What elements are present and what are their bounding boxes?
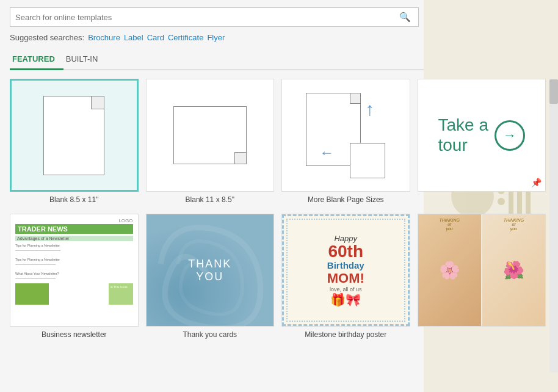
template-label-blank-landscape: Blank 11 x 8.5" <box>186 195 234 204</box>
tou-flower-left-icon: 🌸 <box>439 260 460 280</box>
template-blank-portrait[interactable]: Blank 8.5 x 11" <box>10 79 139 204</box>
nl-sidebar: In This Issue <box>109 283 133 305</box>
tour-arrow-icon: → <box>495 120 525 151</box>
scrollbar-track <box>549 79 558 372</box>
template-thumb-birthday[interactable]: Happy 60th Birthday MOM! love, all of us… <box>281 214 410 327</box>
template-thumb-blank-portrait[interactable] <box>10 79 139 192</box>
blank-landscape-icon <box>173 106 247 164</box>
tou-left-panel: 🌸 THINKINGofyou <box>418 214 481 326</box>
tou-right-panel: 🌺 THINKINGofyou <box>482 214 545 326</box>
template-thumb-blank-landscape[interactable] <box>146 79 275 192</box>
tou-left-flower: 🌸 <box>418 214 481 326</box>
nl-title: TRADER NEWS <box>15 224 133 234</box>
template-tour[interactable]: Take atour → 📌 Welcome to Publisher phot… <box>418 79 546 204</box>
birthday-mom: MOM! <box>327 270 364 286</box>
blank-portrait-icon <box>43 96 104 175</box>
search-bar: 🔍 <box>10 7 419 27</box>
template-thumb-thankyou[interactable]: THANK YOU <box>146 214 275 327</box>
template-thumb-tour[interactable]: Take atour → 📌 <box>418 79 546 192</box>
tou-text-right: THINKINGofyou <box>504 218 524 231</box>
search-input[interactable] <box>15 13 397 22</box>
tou-right-flower: 🌺 <box>482 214 545 326</box>
template-thumb-thinkingyou[interactable]: 🌸 THINKINGofyou 🌺 THINKINGofyou <box>418 214 546 327</box>
suggested-flyer[interactable]: Flyer <box>207 33 225 42</box>
deco-dot <box>498 198 505 205</box>
template-thumb-newsletter[interactable]: LOGO TRADER NEWS Advantages of a Newslet… <box>10 214 139 327</box>
birthday-love: love, all of us <box>330 286 362 292</box>
nl-content-area: In This Issue <box>15 283 133 305</box>
tour-text: Take atour <box>438 115 489 154</box>
blank-landscape-rect <box>173 106 247 164</box>
tour-content: Take atour → <box>438 115 526 154</box>
suggested-label: Suggested searches: <box>10 33 84 42</box>
suggested-brochure[interactable]: Brochure <box>88 33 120 42</box>
more-blank-icon: ↑ ← <box>306 93 385 178</box>
template-thankyou[interactable]: THANK YOU Thank you cards <box>146 214 275 339</box>
tab-builtin[interactable]: BUILT-IN <box>63 51 107 70</box>
template-thumb-more-blank[interactable]: ↑ ← <box>281 79 410 192</box>
suggested-card[interactable]: Card <box>147 33 164 42</box>
scrollbar-thumb[interactable] <box>549 79 558 104</box>
more-blank-small-page <box>350 143 385 178</box>
template-newsletter[interactable]: LOGO TRADER NEWS Advantages of a Newslet… <box>10 214 139 339</box>
template-thinkingyou[interactable]: 🌸 THINKINGofyou 🌺 THINKINGofyou Thinking… <box>418 214 546 339</box>
newsletter-inner: LOGO TRADER NEWS Advantages of a Newslet… <box>10 214 138 326</box>
more-blank-arrow-up-icon: ↑ <box>365 99 374 120</box>
thinkingyou-thumb-inner: 🌸 THINKINGofyou 🌺 THINKINGofyou <box>418 214 546 326</box>
template-blank-landscape[interactable]: Blank 11 x 8.5" <box>146 79 275 204</box>
template-label-newsletter: Business newsletter <box>42 330 107 339</box>
template-more-blank[interactable]: ↑ ← More Blank Page Sizes <box>281 79 410 204</box>
ty-text-thank: THANK <box>188 258 231 270</box>
tou-flower-right-icon: 🌺 <box>503 260 524 280</box>
template-label-birthday: Milestone birthday poster <box>305 330 386 339</box>
more-blank-arrow-left-icon: ← <box>319 144 334 161</box>
suggested-certificate[interactable]: Certificate <box>168 33 204 42</box>
template-label-more-blank: More Blank Page Sizes <box>308 195 384 204</box>
ty-text-you: YOU <box>188 270 231 283</box>
birthday-bday: Birthday <box>327 260 364 270</box>
nl-body: Tips for Planning a Newsletter ─────────… <box>15 244 133 281</box>
birthday-thumb-inner: Happy 60th Birthday MOM! love, all of us… <box>282 214 410 326</box>
ty-thumb-inner: THANK YOU <box>147 214 274 326</box>
suggested-label-link[interactable]: Label <box>124 33 143 42</box>
nl-logo: LOGO <box>15 218 133 223</box>
nl-subtitle: Advantages of a Newsletter <box>15 236 133 241</box>
tab-featured[interactable]: FEATURED <box>10 51 63 70</box>
tou-text-left: THINKINGofyou <box>439 218 459 231</box>
tour-pin-icon: 📌 <box>531 178 542 187</box>
right-decoration <box>424 0 558 392</box>
nl-image <box>15 283 49 305</box>
birthday-60th: 60th <box>328 243 363 260</box>
template-label-blank-portrait: Blank 8.5 x 11" <box>49 195 98 204</box>
search-button[interactable]: 🔍 <box>397 12 413 23</box>
template-birthday[interactable]: Happy 60th Birthday MOM! love, all of us… <box>281 214 410 339</box>
birthday-gifts-icon: 🎁🎀 <box>330 292 361 307</box>
template-label-thankyou: Thank you cards <box>183 330 237 339</box>
